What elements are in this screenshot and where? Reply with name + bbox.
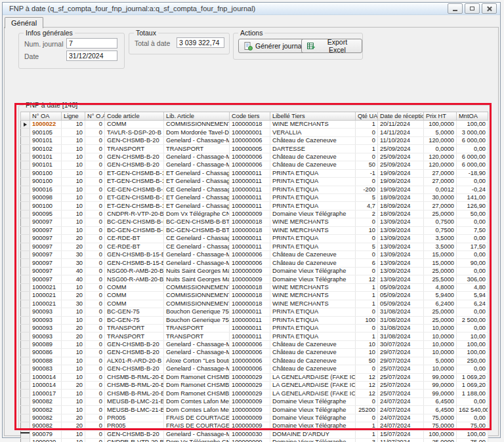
cell[interactable]: COMM — [105, 283, 164, 291]
titlebar[interactable]: FNP à date (q_sf_compta_four_fnp_journal… — [3, 3, 500, 15]
cell[interactable]: Genelard - Chassage-Mor — [164, 365, 230, 373]
cell[interactable]: Château de Cazeneuve — [270, 357, 356, 365]
cell[interactable]: 1000022 — [30, 121, 62, 129]
cell[interactable]: 0 — [356, 267, 378, 275]
cell[interactable]: 27,0000 — [424, 178, 457, 186]
cell[interactable]: 0,0012 — [424, 186, 457, 193]
cell[interactable]: 5,94 — [457, 292, 488, 300]
table-row[interactable]: 1000021100COMMCOMMISSIONNEMENT100000018W… — [21, 283, 488, 291]
cell[interactable]: 25/07/2024 — [378, 365, 424, 373]
cell[interactable]: 0 — [85, 226, 105, 234]
row-selector[interactable] — [21, 439, 30, 442]
cell[interactable]: 0 — [85, 349, 105, 357]
cell[interactable]: TRANSPORT — [105, 145, 164, 153]
cell[interactable]: 100000018 — [230, 292, 270, 300]
cell[interactable]: 25,0000 — [424, 267, 457, 275]
cell[interactable]: 900101 — [30, 161, 62, 169]
cell[interactable]: Bouchon Generique 75cl — [164, 308, 230, 316]
cell[interactable]: 100,00 — [457, 349, 488, 357]
cell[interactable]: 20 — [62, 243, 85, 251]
cell[interactable]: COMMISSIONNEMENT — [164, 300, 230, 308]
table-row[interactable]: 900097300GEN-CHSMB-B-15-BGenelard - Chas… — [21, 259, 488, 267]
cell[interactable]: 1 — [356, 332, 378, 340]
cell[interactable]: 18/09/2024 — [378, 202, 424, 210]
row-selector[interactable] — [21, 324, 30, 332]
cell[interactable]: 25/07/2024 — [378, 382, 424, 390]
cell[interactable]: LA GENELARDAISE (FAKE ICT M — [270, 390, 356, 397]
cell[interactable]: 306,00 — [457, 275, 488, 283]
cell[interactable]: WINE MERCHANTS — [270, 226, 356, 234]
row-selector[interactable] — [21, 406, 30, 414]
cell[interactable]: 0,00 — [457, 308, 488, 316]
table-row[interactable]: 1000021300COMMCOMMISSIONNEMENT100000018W… — [21, 300, 488, 308]
cell[interactable]: Dom Comtes Lafon Meurs — [164, 406, 230, 414]
cell[interactable]: GEN-CHSMB-B-20 — [105, 349, 164, 357]
cell[interactable]: 6,2400 — [424, 300, 457, 308]
cell[interactable]: 10 — [62, 202, 85, 210]
cell[interactable]: 40 — [62, 267, 85, 275]
cell[interactable]: 900082 — [30, 406, 62, 414]
table-row[interactable]: 900086100GEN-CHSMB-B-20Genelard - Chassa… — [21, 349, 488, 357]
cell[interactable]: GEN-CHSMB-B-20 — [105, 153, 164, 161]
cell[interactable]: 1000017 — [30, 390, 62, 397]
cell[interactable]: TRANSPORT — [164, 332, 230, 340]
cell[interactable]: PRINTA ETIQUA — [270, 308, 356, 316]
cell[interactable]: 10 — [62, 121, 85, 129]
cell[interactable]: 10 — [62, 129, 85, 136]
cell[interactable]: 17,50 — [457, 243, 488, 251]
cell[interactable]: Domaine Vieux Télégraphe — [270, 414, 356, 422]
cell[interactable]: Genelard - Chassage-Mor — [164, 251, 230, 259]
cell[interactable]: MEUSB-B-LMC-21-B — [105, 406, 164, 414]
cell[interactable]: Genelard - Chassage-Mor — [164, 349, 230, 357]
cell[interactable]: 100000006 — [230, 251, 270, 259]
row-selector[interactable] — [21, 145, 30, 153]
cell[interactable]: 900097 — [30, 267, 62, 275]
cell[interactable]: 13/09/2024 — [378, 226, 424, 234]
cell[interactable]: 18/09/2024 — [378, 193, 424, 201]
cell[interactable]: 30 — [62, 300, 85, 308]
cell[interactable]: Genelard - Chassage-Mor — [164, 136, 230, 144]
cell[interactable]: 900105 — [30, 129, 62, 136]
cell[interactable]: 1 188,00 — [457, 390, 488, 397]
column-header[interactable]: Prix HT — [424, 112, 457, 121]
cell[interactable]: CE Genelard - Chassage-M — [164, 243, 230, 251]
cell[interactable]: 10 — [62, 186, 85, 193]
cell[interactable]: TAVLR-S-DSP-20-B — [105, 129, 164, 136]
cell[interactable]: WINE MERCHANTS — [270, 300, 356, 308]
cell[interactable]: 0,00 — [457, 145, 488, 153]
cell[interactable]: 20 — [62, 332, 85, 340]
cell[interactable]: TRANSPORT — [164, 145, 230, 153]
row-selector[interactable] — [21, 414, 30, 422]
table-row[interactable]: 1000021200COMMCOMMISSIONNEMENT100000018W… — [21, 292, 488, 300]
cell[interactable]: ET Genelard - Chassage-M — [164, 202, 230, 210]
cell[interactable]: 15,0000 — [424, 259, 457, 267]
cell[interactable]: 100000001 — [230, 129, 270, 136]
cell[interactable]: Château de Cazeneuve — [270, 340, 356, 348]
cell[interactable]: 1 — [356, 430, 378, 438]
cell[interactable]: ET-GEN-CHSMB-B-1 — [105, 178, 164, 186]
cell[interactable]: ET-GEN-CHSMB-B-1 — [105, 193, 164, 201]
cell[interactable]: 10 — [62, 365, 85, 373]
cell[interactable]: 100,00 — [457, 340, 488, 348]
cell[interactable]: 12 — [356, 382, 378, 390]
cell[interactable]: 0,7500 — [424, 226, 457, 234]
cell[interactable]: 75,0000 — [424, 422, 457, 430]
row-selector[interactable] — [21, 186, 30, 193]
cell[interactable]: TRANSPORT — [164, 324, 230, 332]
cell[interactable]: 1000021 — [30, 300, 62, 308]
cell[interactable]: 900098 — [30, 193, 62, 201]
row-selector[interactable] — [21, 382, 30, 390]
cell[interactable]: 31/08/2024 — [378, 316, 424, 324]
cell[interactable]: 0 — [85, 153, 105, 161]
cell[interactable]: WINE MERCHANTS — [270, 218, 356, 226]
cell[interactable]: 900016 — [30, 186, 62, 193]
cell[interactable]: 100000011 — [230, 202, 270, 210]
cell[interactable]: 5 — [356, 243, 378, 251]
cell[interactable]: 1 — [356, 283, 378, 291]
cell[interactable]: COMMISSIONNEMENT — [164, 283, 230, 291]
cell[interactable]: ET-GEN-CHSMB-B-1 — [105, 169, 164, 177]
cell[interactable]: 25,0000 — [424, 308, 457, 316]
table-row[interactable]: 900093100BC-GEN-75Bouchon Generique 75cl… — [21, 316, 488, 324]
cell[interactable]: Bouchon Generique 75cl — [164, 316, 230, 324]
cell[interactable]: 900082 — [30, 414, 62, 422]
